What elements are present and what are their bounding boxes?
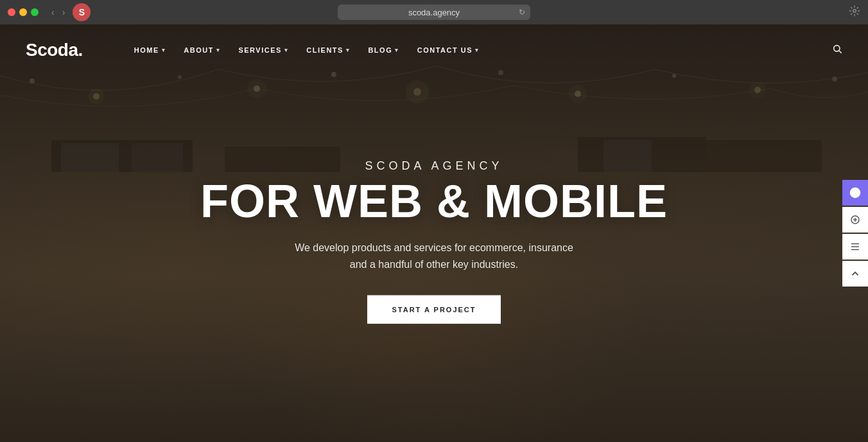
svg-point-0 [853,10,856,13]
svg-line-25 [839,51,842,53]
widget-scroll-top-button[interactable] [842,261,868,287]
nav-about[interactable]: ABOUT ▾ [184,46,220,54]
start-project-button[interactable]: START A PROJECT [367,296,500,324]
minimize-button[interactable] [19,8,27,16]
nav-blog[interactable]: BLOG ▾ [368,46,399,54]
home-chevron-icon: ▾ [162,47,166,53]
site-logo[interactable]: Scoda. [26,40,83,60]
svg-point-27 [853,191,857,195]
widget-location-button[interactable] [842,207,868,233]
svg-point-24 [834,46,840,51]
website: Scoda. HOME ▾ ABOUT ▾ SERVICES ▾ CLIENTS… [0,24,868,442]
hero-title: FOR WEB & MOBILE [13,178,855,224]
browser-chrome: ‹ › S scoda.agency ↻ [0,0,868,24]
browser-settings-icon[interactable] [849,5,860,19]
about-chevron-icon: ▾ [216,47,221,53]
address-bar[interactable]: scoda.agency ↻ [338,4,530,20]
nav-home[interactable]: HOME ▾ [134,46,166,54]
nav-menu: HOME ▾ ABOUT ▾ SERVICES ▾ CLIENTS ▾ BLOG… [134,44,842,57]
nav-services[interactable]: SERVICES ▾ [238,46,288,54]
hero-description: We develop products and services for eco… [235,240,633,272]
contact-chevron-icon: ▾ [475,47,480,53]
reload-icon[interactable]: ↻ [519,8,525,17]
blog-chevron-icon: ▾ [395,47,399,53]
widget-list-button[interactable] [842,234,868,260]
extension-logo: S [79,7,85,17]
widget-target-button[interactable] [842,180,868,206]
services-chevron-icon: ▾ [284,47,289,53]
navbar: Scoda. HOME ▾ ABOUT ▾ SERVICES ▾ CLIENTS… [0,24,868,76]
close-button[interactable] [8,8,15,16]
back-button[interactable]: ‹ [49,6,57,19]
hero-content: SCODA AGENCY FOR WEB & MOBILE We develop… [0,159,868,324]
fullscreen-button[interactable] [31,8,39,16]
sidebar-widget [842,180,868,287]
hero-subtitle: SCODA AGENCY [13,159,855,173]
clients-chevron-icon: ▾ [346,47,351,53]
search-button[interactable] [832,44,842,57]
nav-contact[interactable]: CONTACT US ▾ [417,46,480,54]
nav-clients[interactable]: CLIENTS ▾ [306,46,350,54]
forward-button[interactable]: › [60,6,68,19]
extension-icon[interactable]: S [73,3,91,21]
browser-nav-arrows: ‹ › [49,6,67,19]
url-text: scoda.agency [408,8,460,17]
traffic-lights [8,8,39,16]
